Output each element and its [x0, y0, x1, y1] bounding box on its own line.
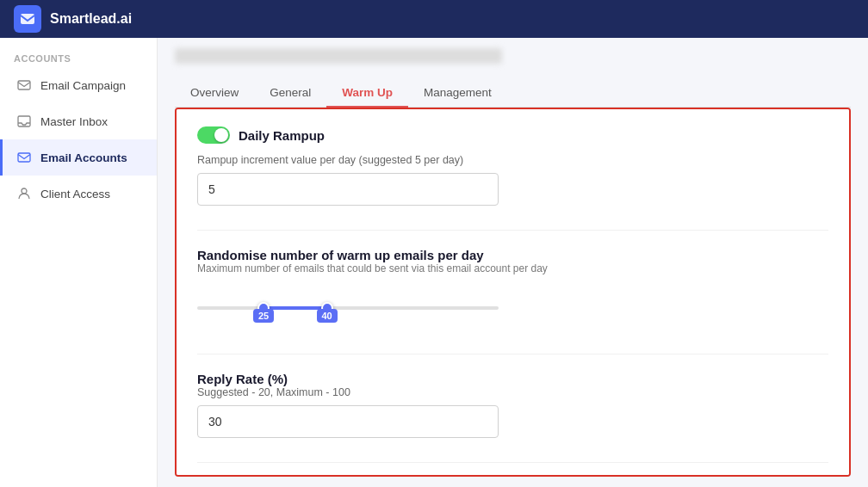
divider-3 — [197, 462, 828, 463]
email-accounts-icon — [16, 150, 32, 165]
randomise-section: Randomise number of warm up emails per d… — [197, 248, 828, 330]
slider-track — [197, 306, 499, 310]
logo-text: Smartlead.ai — [50, 11, 132, 27]
logo-area: Smartlead.ai — [14, 5, 132, 33]
daily-rampup-header: Daily Rampup — [197, 126, 828, 144]
content-area: Overview General Warm Up Management Dail… — [158, 38, 868, 487]
main-layout: Accounts Email Campaign Master Inbox — [0, 38, 868, 487]
email-campaign-label: Email Campaign — [40, 79, 126, 92]
reply-rate-input[interactable] — [197, 405, 499, 438]
client-access-label: Client Access — [40, 188, 110, 200]
master-inbox-label: Master Inbox — [40, 115, 108, 128]
sidebar-item-email-campaign[interactable]: Email Campaign — [0, 67, 157, 103]
sidebar-item-master-inbox[interactable]: Master Inbox — [0, 103, 157, 139]
divider-2 — [197, 354, 828, 354]
svg-rect-0 — [21, 14, 34, 24]
daily-rampup-toggle[interactable] — [197, 126, 230, 144]
title-blurred — [175, 48, 502, 64]
svg-rect-1 — [18, 81, 30, 89]
svg-point-4 — [22, 188, 27, 194]
toggle-knob — [214, 128, 228, 142]
master-inbox-icon — [16, 114, 32, 129]
randomise-title: Randomise number of warm up emails per d… — [197, 248, 828, 262]
title-bar — [175, 48, 851, 71]
daily-rampup-title: Daily Rampup — [239, 128, 325, 143]
divider-1 — [197, 230, 828, 231]
top-nav: Smartlead.ai — [0, 0, 868, 38]
reply-rate-label: Suggested - 20, Maximum - 100 — [197, 386, 828, 398]
svg-rect-3 — [18, 153, 30, 162]
tab-overview[interactable]: Overview — [175, 79, 254, 108]
reply-rate-section: Reply Rate (%) Suggested - 20, Maximum -… — [197, 372, 828, 438]
tab-management[interactable]: Management — [408, 79, 507, 108]
sidebar-item-client-access[interactable]: Client Access — [0, 176, 157, 212]
reply-rate-title: Reply Rate (%) — [197, 372, 828, 386]
range-slider[interactable]: 25 40 — [197, 287, 499, 330]
rampup-input[interactable] — [197, 173, 499, 206]
accounts-label: Accounts — [0, 45, 157, 67]
warm-up-panel: Daily Rampup Rampup increment value per … — [175, 108, 851, 477]
slider-label-max: 40 — [317, 309, 338, 323]
email-accounts-label: Email Accounts — [40, 151, 127, 164]
rampup-label: Rampup increment value per day (suggeste… — [197, 154, 828, 166]
tab-warm-up[interactable]: Warm Up — [326, 79, 408, 108]
slider-label-min: 25 — [253, 309, 274, 323]
client-access-icon — [16, 186, 32, 201]
randomise-desc: Maximum number of emails that could be s… — [197, 262, 828, 274]
tabs-bar: Overview General Warm Up Management — [175, 79, 851, 108]
sidebar-item-email-accounts[interactable]: Email Accounts — [0, 139, 157, 176]
email-campaign-icon — [16, 77, 32, 93]
daily-rampup-section: Daily Rampup Rampup increment value per … — [197, 126, 828, 206]
tab-general[interactable]: General — [254, 79, 326, 108]
logo-icon — [14, 5, 41, 33]
sidebar: Accounts Email Campaign Master Inbox — [0, 38, 158, 487]
